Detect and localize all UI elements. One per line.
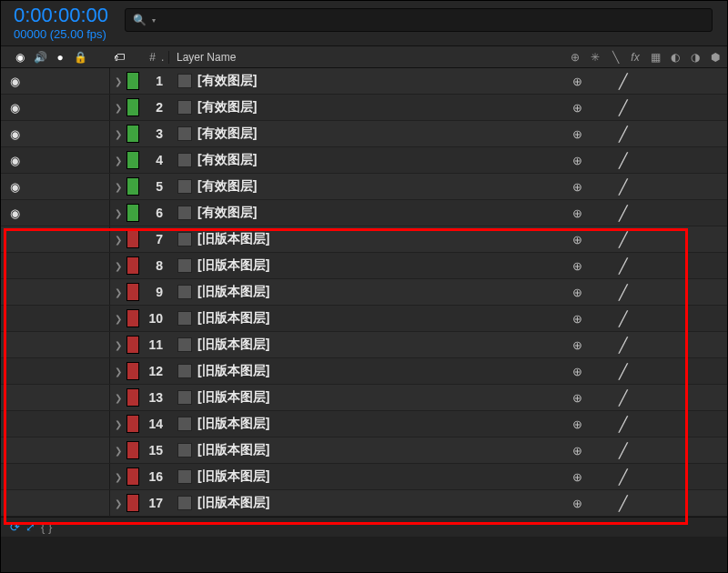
quality-slash-icon[interactable]: ╱ [619,99,628,116]
twirl-icon[interactable]: ❯ [110,446,126,456]
visibility-cell[interactable] [1,464,110,489]
layer-switches[interactable]: ⊕╱ [563,152,727,169]
layer-name-cell[interactable]: [有效图层] [172,205,563,221]
transform-anchor-icon[interactable]: ⊕ [572,180,582,194]
label-color-swatch[interactable] [126,362,139,380]
toggle-brackets-icon[interactable]: { } [41,520,52,534]
transform-anchor-icon[interactable]: ⊕ [572,154,582,167]
twirl-icon[interactable]: ❯ [110,235,126,245]
transform-anchor-icon[interactable]: ⊕ [572,286,582,299]
label-color-swatch[interactable] [126,494,139,512]
quality-slash-icon[interactable]: ╱ [619,178,628,196]
label-color-swatch[interactable] [126,388,139,407]
quality-slash-icon[interactable]: ╱ [619,310,628,327]
layer-name-cell[interactable]: [有效图层] [172,99,563,116]
layer-row[interactable]: ◉❯6[有效图层]⊕╱ [1,200,727,226]
label-color-swatch[interactable] [126,230,139,248]
transform-anchor-icon[interactable]: ⊕ [572,75,582,88]
quality-slash-icon[interactable]: ╱ [619,495,628,512]
layer-row[interactable]: ◉❯1[有效图层]⊕╱ [1,68,727,95]
transform-anchor-icon[interactable]: ⊕ [572,470,582,484]
layer-switches[interactable]: ⊕╱ [563,310,727,327]
quality-slash-icon[interactable]: ╱ [619,257,628,275]
switch-fx-icon[interactable]: fx [629,51,642,64]
eye-icon[interactable]: ◉ [10,206,20,220]
layer-name-cell[interactable]: [旧版本图层] [172,495,563,511]
label-color-swatch[interactable] [126,204,139,222]
search-input[interactable]: 🔍 ▾ [125,8,713,32]
eye-icon[interactable]: ◉ [10,154,20,167]
twirl-icon[interactable]: ❯ [110,156,126,166]
layer-row[interactable]: ❯16[旧版本图层]⊕╱ [1,464,727,490]
twirl-icon[interactable]: ❯ [110,129,126,139]
visibility-cell[interactable]: ◉ [1,121,110,146]
layer-name-cell[interactable]: [旧版本图层] [172,468,563,485]
quality-slash-icon[interactable]: ╱ [619,152,628,169]
twirl-icon[interactable]: ❯ [110,419,126,429]
quality-slash-icon[interactable]: ╱ [619,205,628,222]
index-column-header[interactable]: # [134,51,161,64]
visibility-column-icon[interactable]: ◉ [14,51,26,64]
transform-anchor-icon[interactable]: ⊕ [572,101,582,115]
eye-icon[interactable]: ◉ [10,180,20,194]
layer-switches[interactable]: ⊕╱ [563,231,727,248]
layer-switches[interactable]: ⊕╱ [563,363,727,380]
quality-slash-icon[interactable]: ╱ [619,416,628,433]
label-color-swatch[interactable] [126,283,139,301]
label-color-swatch[interactable] [126,256,139,275]
switch-frameblend-icon[interactable]: ▦ [649,51,662,64]
visibility-cell[interactable] [1,332,110,357]
visibility-cell[interactable] [1,385,110,410]
quality-slash-icon[interactable]: ╱ [619,337,628,354]
layer-row[interactable]: ❯13[旧版本图层]⊕╱ [1,385,727,411]
layer-switches[interactable]: ⊕╱ [563,495,727,512]
layer-row[interactable]: ❯8[旧版本图层]⊕╱ [1,253,727,279]
transform-anchor-icon[interactable]: ⊕ [572,365,582,378]
label-color-swatch[interactable] [126,125,139,143]
label-color-swatch[interactable] [126,177,139,196]
quality-slash-icon[interactable]: ╱ [619,73,628,90]
twirl-icon[interactable]: ❯ [110,76,126,86]
audio-column-icon[interactable]: 🔊 [34,51,46,64]
label-color-swatch[interactable] [126,309,139,327]
visibility-cell[interactable]: ◉ [1,174,110,199]
layer-switches[interactable]: ⊕╱ [563,416,727,433]
eye-icon[interactable]: ◉ [10,75,20,88]
layer-row[interactable]: ❯15[旧版本图层]⊕╱ [1,437,727,464]
layer-switches[interactable]: ⊕╱ [563,73,727,90]
visibility-cell[interactable]: ◉ [1,95,110,120]
transform-anchor-icon[interactable]: ⊕ [572,206,582,220]
layer-row[interactable]: ❯14[旧版本图层]⊕╱ [1,411,727,437]
layer-row[interactable]: ❯7[旧版本图层]⊕╱ [1,226,727,253]
layer-row[interactable]: ❯10[旧版本图层]⊕╱ [1,306,727,332]
layer-row[interactable]: ◉❯2[有效图层]⊕╱ [1,95,727,121]
twirl-icon[interactable]: ❯ [110,208,126,218]
solo-column-icon[interactable]: ● [54,51,66,64]
layer-switches[interactable]: ⊕╱ [563,99,727,116]
switch-3d-icon[interactable]: ⬢ [709,51,722,64]
layer-name-cell[interactable]: [旧版本图层] [172,257,563,274]
visibility-cell[interactable] [1,411,110,437]
layer-name-cell[interactable]: [有效图层] [172,126,563,142]
eye-icon[interactable]: ◉ [10,127,20,141]
visibility-cell[interactable] [1,490,110,516]
twirl-icon[interactable]: ❯ [110,340,126,350]
switch-shy-icon[interactable]: ⊕ [569,51,581,64]
switch-quality-icon[interactable]: ╲ [609,51,622,64]
layer-switches[interactable]: ⊕╱ [563,468,727,486]
layer-switches[interactable]: ⊕╱ [563,337,727,354]
label-color-swatch[interactable] [126,98,139,116]
layer-name-cell[interactable]: [旧版本图层] [172,389,563,406]
label-color-swatch[interactable] [126,72,139,90]
transform-anchor-icon[interactable]: ⊕ [572,497,582,510]
quality-slash-icon[interactable]: ╱ [619,126,628,143]
transform-anchor-icon[interactable]: ⊕ [572,444,582,457]
layer-name-cell[interactable]: [旧版本图层] [172,337,563,353]
quality-slash-icon[interactable]: ╱ [619,363,628,380]
transform-anchor-icon[interactable]: ⊕ [572,391,582,405]
visibility-cell[interactable] [1,279,110,305]
layer-name-cell[interactable]: [有效图层] [172,152,563,168]
visibility-cell[interactable] [1,358,110,384]
layer-name-cell[interactable]: [旧版本图层] [172,310,563,327]
layer-switches[interactable]: ⊕╱ [563,205,727,222]
